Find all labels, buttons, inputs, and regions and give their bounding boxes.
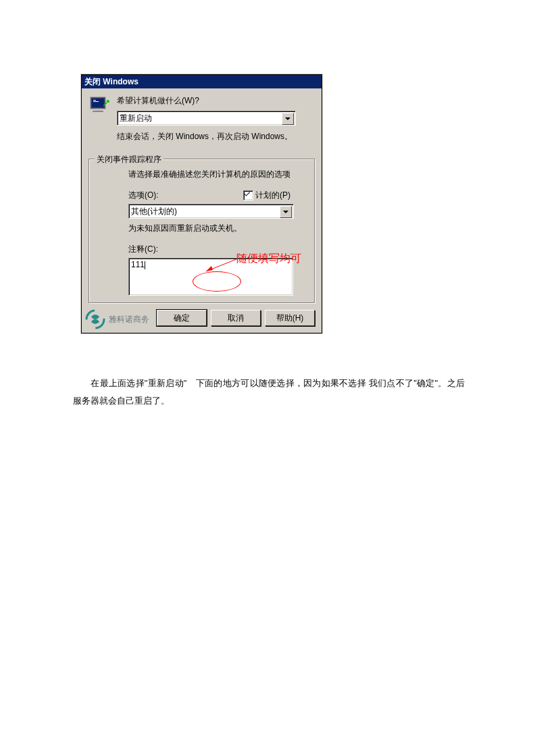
planned-label: 计划的(P) <box>255 190 290 201</box>
svg-rect-5 <box>93 111 103 112</box>
help-button[interactable]: 帮助(H) <box>265 310 315 326</box>
action-description: 结束会话，关闭 Windows，再次启动 Windows。 <box>117 131 315 142</box>
reason-selected: 其他(计划的) <box>131 206 177 217</box>
reason-dropdown[interactable]: 其他(计划的) <box>128 204 294 219</box>
chevron-down-icon[interactable] <box>282 113 294 125</box>
prompt-label: 希望计算机做什么(W)? <box>117 95 315 107</box>
shutdown-dialog: 关闭 Windows 希望计算机做什么(W)? <box>81 74 322 333</box>
svg-rect-1 <box>92 99 104 107</box>
chevron-down-icon[interactable] <box>280 206 292 218</box>
planned-checkbox[interactable] <box>243 190 253 200</box>
svg-rect-4 <box>95 109 101 111</box>
reason-description: 为未知原因而重新启动或关机。 <box>128 223 307 234</box>
help-button-label: 帮助(H) <box>276 313 304 324</box>
options-label: 选项(O): <box>128 190 159 201</box>
text-cursor <box>145 261 145 269</box>
cancel-button-label: 取消 <box>228 313 244 324</box>
caption-content: 在最上面选择"重新启动" 下面的地方可以随便选择，因为如果不选择 我们点不了"确… <box>73 378 465 406</box>
action-dropdown[interactable]: 重新启动 <box>117 111 296 126</box>
annotation-text: 随便填写均可 <box>236 252 301 266</box>
caption-text: 在最上面选择"重新启动" 下面的地方可以随便选择，因为如果不选择 我们点不了"确… <box>73 375 465 410</box>
svg-marker-8 <box>206 266 213 271</box>
watermark: 雅科诺商务 <box>82 306 152 333</box>
ok-button[interactable]: 确定 <box>157 310 207 326</box>
watermark-text: 雅科诺商务 <box>109 314 149 325</box>
dialog-titlebar[interactable]: 关闭 Windows <box>82 75 322 88</box>
group-description: 请选择最准确描述您关闭计算机的原因的选项 <box>128 169 307 180</box>
groupbox-title: 关闭事件跟踪程序 <box>95 154 163 165</box>
dialog-title: 关闭 Windows <box>84 76 138 88</box>
watermark-logo-icon <box>84 308 106 330</box>
ok-button-label: 确定 <box>174 313 190 324</box>
svg-rect-3 <box>93 101 99 102</box>
annotation-arrow <box>203 256 240 277</box>
action-selected: 重新启动 <box>120 113 152 124</box>
shutdown-icon <box>88 95 110 117</box>
comment-value: 111 <box>131 260 145 269</box>
cancel-button[interactable]: 取消 <box>211 310 261 326</box>
svg-rect-2 <box>93 100 96 101</box>
